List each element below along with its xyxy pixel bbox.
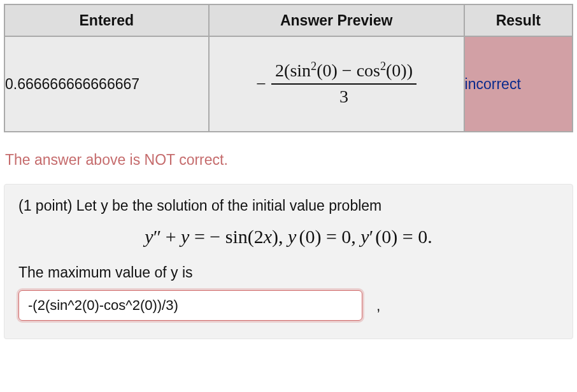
header-result: Result (464, 4, 573, 36)
trailing-comma: , (376, 297, 380, 314)
result-table: Entered Answer Preview Result 0.66666666… (4, 4, 573, 132)
header-preview: Answer Preview (209, 4, 464, 36)
answer-input[interactable] (18, 290, 362, 321)
fraction-numerator: 2(sin2(0) − cos2(0)) (271, 60, 417, 83)
header-entered: Entered (4, 4, 209, 36)
cell-preview: − 2(sin2(0) − cos2(0)) 3 (209, 36, 464, 132)
feedback-message: The answer above is NOT correct. (5, 151, 573, 169)
cell-entered: 0.666666666666667 (4, 36, 209, 132)
minus-sign: − (256, 74, 266, 94)
question-equation: y″ + y = − sin(2x), y(0) = 0, y′(0) = 0. (18, 226, 559, 248)
fraction-denominator: 3 (336, 85, 352, 108)
question-prompt: The maximum value of y is (18, 264, 559, 281)
fraction: 2(sin2(0) − cos2(0)) 3 (271, 60, 417, 108)
table-row: 0.666666666666667 − 2(sin2(0) − cos2(0))… (4, 36, 573, 132)
question-intro: (1 point) Let y be the solution of the i… (18, 197, 559, 214)
question-box: (1 point) Let y be the solution of the i… (4, 184, 573, 339)
cell-result: incorrect (464, 36, 573, 132)
